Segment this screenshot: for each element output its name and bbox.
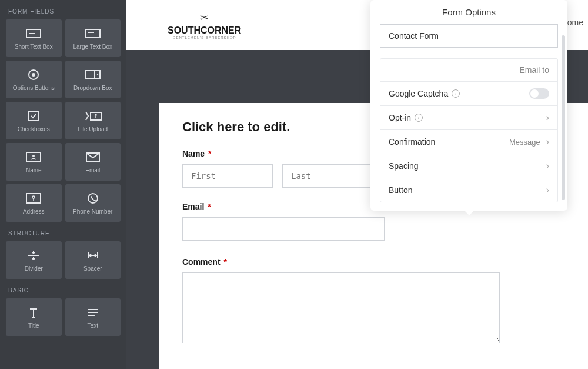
svg-point-14	[32, 196, 35, 198]
field-dropdown[interactable]: Dropdown Box	[65, 61, 121, 98]
field-file-upload[interactable]: File Upload	[65, 102, 121, 139]
first-name-input[interactable]	[182, 164, 273, 188]
field-short-text[interactable]: Short Text Box	[6, 19, 62, 57]
scissors-icon: ✂	[200, 11, 209, 24]
dropdown-icon	[85, 67, 101, 82]
svg-rect-7	[94, 71, 95, 79]
email-icon	[86, 149, 100, 165]
info-icon[interactable]: i	[415, 114, 423, 122]
chevron-right-icon: ›	[546, 112, 549, 123]
option-confirmation[interactable]: Confirmation Message ›	[380, 130, 557, 154]
option-spacing[interactable]: Spacing ›	[380, 154, 557, 178]
info-icon[interactable]: i	[452, 89, 460, 98]
field-address[interactable]: Address	[6, 184, 62, 222]
section-header-form-fields: FORM FIELDS	[8, 8, 121, 15]
chevron-right-icon: ›	[546, 185, 549, 195]
nav-home[interactable]: ome	[567, 18, 583, 27]
option-button[interactable]: Button ›	[380, 178, 557, 202]
svg-rect-2	[86, 29, 100, 38]
text-icon	[86, 305, 99, 320]
divider-icon	[26, 248, 41, 263]
popover-title: Form Options	[370, 0, 567, 24]
svg-rect-3	[88, 32, 94, 33]
comment-label: Comment *	[182, 257, 564, 267]
large-text-icon	[85, 26, 101, 41]
title-icon	[28, 305, 39, 320]
svg-rect-1	[29, 33, 35, 34]
spacer-icon	[86, 248, 100, 263]
section-header-basic: BASIC	[8, 287, 121, 294]
popover-scrollbar[interactable]	[562, 35, 565, 200]
sidebar: FORM FIELDS Short Text Box Large Text Bo…	[0, 0, 126, 369]
email-input[interactable]	[182, 217, 385, 241]
last-name-input[interactable]	[282, 164, 373, 188]
svg-point-15	[88, 194, 98, 203]
short-text-icon	[26, 26, 41, 41]
popover-pointer	[465, 211, 474, 215]
option-captcha[interactable]: Google Captcha i	[380, 82, 557, 106]
field-checkboxes[interactable]: Checkboxes	[6, 102, 62, 139]
address-icon	[26, 191, 41, 206]
name-icon	[26, 149, 41, 165]
svg-point-5	[32, 73, 35, 77]
form-options-popover: Form Options Email to Google Captcha i	[370, 0, 567, 211]
svg-rect-8	[29, 111, 38, 121]
field-large-text[interactable]: Large Text Box	[65, 19, 121, 57]
radio-icon	[28, 67, 39, 82]
field-title[interactable]: Title	[6, 298, 62, 336]
svg-point-11	[32, 155, 35, 157]
option-email-to[interactable]: Email to	[380, 59, 557, 82]
main-canvas: ✂ SOUTHCORNER GENTLEMEN'S BARBERSHOP ome…	[126, 0, 588, 369]
brand-logo: ✂ SOUTHCORNER GENTLEMEN'S BARBERSHOP	[168, 11, 241, 39]
phone-icon	[87, 191, 99, 206]
checkbox-icon	[28, 108, 39, 124]
field-divider[interactable]: Divider	[6, 241, 62, 279]
upload-icon	[84, 108, 102, 124]
option-optin[interactable]: Opt-in i ›	[380, 106, 557, 130]
field-spacer[interactable]: Spacer	[65, 241, 121, 279]
field-text[interactable]: Text	[65, 298, 121, 336]
field-phone[interactable]: Phone Number	[65, 184, 121, 222]
chevron-right-icon: ›	[546, 137, 549, 147]
comment-textarea[interactable]	[182, 272, 500, 343]
captcha-toggle[interactable]	[529, 88, 549, 99]
field-email[interactable]: Email	[65, 143, 121, 181]
section-header-structure: STRUCTURE	[8, 230, 121, 237]
field-options-buttons[interactable]: Options Buttons	[6, 61, 62, 98]
form-name-input[interactable]	[380, 24, 558, 48]
field-name[interactable]: Name	[6, 143, 62, 181]
chevron-right-icon: ›	[546, 161, 549, 171]
